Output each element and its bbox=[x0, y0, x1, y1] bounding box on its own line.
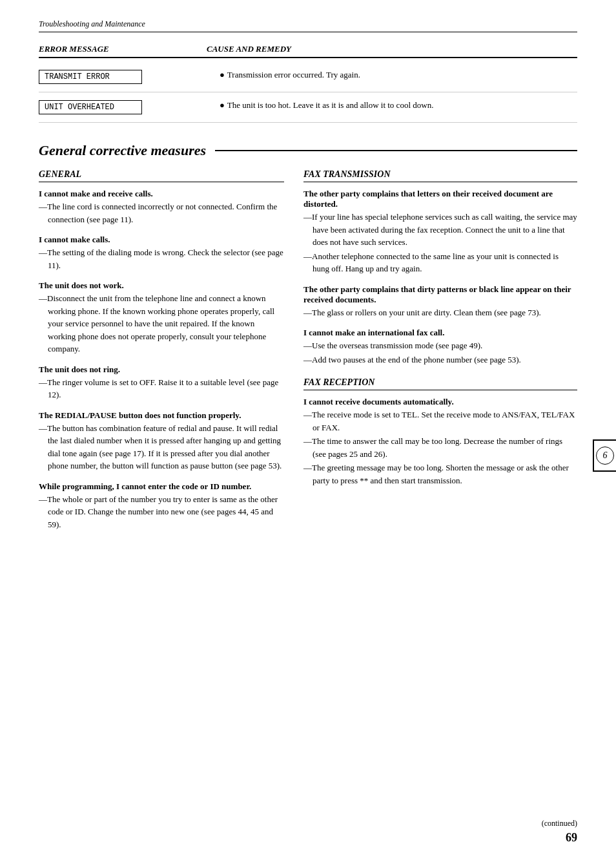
issue-item: —The glass or rollers on your unit are d… bbox=[303, 306, 577, 319]
issue-block: The unit does not work. —Disconnect the … bbox=[39, 280, 284, 355]
two-col-layout: GENERAL I cannot make and receive calls.… bbox=[39, 169, 577, 540]
issue-item: —The time to answer the call may be too … bbox=[303, 435, 577, 460]
issue-block: The other party complains that dirty pat… bbox=[303, 284, 577, 319]
error-code-cell: TRANSMIT ERROR bbox=[39, 70, 207, 84]
issue-item: —Disconnect the unit from the telephone … bbox=[39, 292, 284, 355]
error-table: ERROR MESSAGE CAUSE AND REMEDY TRANSMIT … bbox=[39, 44, 577, 123]
issue-block: I cannot make an international fax call.… bbox=[303, 328, 577, 366]
chapter-number: 6 bbox=[596, 447, 614, 465]
continued-text: (continued) bbox=[542, 819, 577, 828]
col2-header: CAUSE AND REMEDY bbox=[207, 44, 577, 54]
issue-title: While programming, I cannot enter the co… bbox=[39, 481, 284, 492]
issue-block: I cannot make and receive calls. —The li… bbox=[39, 189, 284, 226]
page-number: 69 bbox=[566, 831, 577, 845]
error-code-box: TRANSMIT ERROR bbox=[39, 70, 142, 84]
issue-item: —The receive mode is set to TEL. Set the… bbox=[303, 408, 577, 434]
issue-title: The unit does not work. bbox=[39, 280, 284, 291]
error-code-box: UNIT OVERHEATED bbox=[39, 100, 142, 114]
issue-block: The unit does not ring. —The ringer volu… bbox=[39, 364, 284, 401]
title-line bbox=[215, 150, 577, 151]
issue-block: The REDIAL/PAUSE button does not functio… bbox=[39, 410, 284, 472]
issue-title: The REDIAL/PAUSE button does not functio… bbox=[39, 410, 284, 421]
issue-item: —The greeting message may be too long. S… bbox=[303, 461, 577, 487]
fax-transmission-title: FAX TRANSMISSION bbox=[303, 169, 577, 182]
breadcrumb: Troubleshooting and Maintenance bbox=[39, 19, 577, 32]
issue-title: The other party complains that dirty pat… bbox=[303, 284, 577, 305]
issue-block: I cannot receive documents automatically… bbox=[303, 397, 577, 487]
issue-title: The unit does not ring. bbox=[39, 364, 284, 375]
section-title: General corrective measures bbox=[39, 142, 577, 159]
issue-block: The other party complains that letters o… bbox=[303, 189, 577, 275]
issue-item: —The setting of the dialing mode is wron… bbox=[39, 246, 284, 271]
table-header: ERROR MESSAGE CAUSE AND REMEDY bbox=[39, 44, 577, 58]
issue-title: I cannot make and receive calls. bbox=[39, 189, 284, 199]
issue-item: —The whole or part of the number you try… bbox=[39, 493, 284, 531]
col1-header: ERROR MESSAGE bbox=[39, 44, 207, 54]
page: Troubleshooting and Maintenance ERROR ME… bbox=[0, 0, 616, 864]
issue-item: —Use the overseas transmission mode (see… bbox=[303, 339, 577, 352]
general-title: GENERAL bbox=[39, 169, 284, 182]
chapter-tab: 6 bbox=[593, 439, 616, 472]
issue-item: —Another telephone connected to the same… bbox=[303, 250, 577, 275]
table-row: UNIT OVERHEATED ●The unit is too hot. Le… bbox=[39, 92, 577, 123]
general-section: GENERAL I cannot make and receive calls.… bbox=[39, 169, 284, 540]
fax-reception-title: FAX RECEPTION bbox=[303, 377, 577, 390]
error-code-cell: UNIT OVERHEATED bbox=[39, 100, 207, 114]
remedy-cell: ●Transmission error occurred. Try again. bbox=[207, 70, 577, 80]
issue-title: I cannot make calls. bbox=[39, 235, 284, 245]
table-row: TRANSMIT ERROR ●Transmission error occur… bbox=[39, 62, 577, 92]
issue-item: —The ringer volume is set to OFF. Raise … bbox=[39, 376, 284, 401]
issue-item: —The line cord is connected incorrectly … bbox=[39, 200, 284, 226]
remedy-cell: ●The unit is too hot. Leave it as it is … bbox=[207, 100, 577, 111]
issue-block: I cannot make calls. —The setting of the… bbox=[39, 235, 284, 271]
issue-title: The other party complains that letters o… bbox=[303, 189, 577, 209]
issue-item: —If your line has special telephone serv… bbox=[303, 211, 577, 249]
issue-item: —The button has combination feature of r… bbox=[39, 422, 284, 472]
issue-title: I cannot receive documents automatically… bbox=[303, 397, 577, 407]
issue-title: I cannot make an international fax call. bbox=[303, 328, 577, 338]
issue-item: —Add two pauses at the end of the phone … bbox=[303, 353, 577, 366]
issue-block: While programming, I cannot enter the co… bbox=[39, 481, 284, 531]
fax-section: FAX TRANSMISSION The other party complai… bbox=[303, 169, 577, 540]
